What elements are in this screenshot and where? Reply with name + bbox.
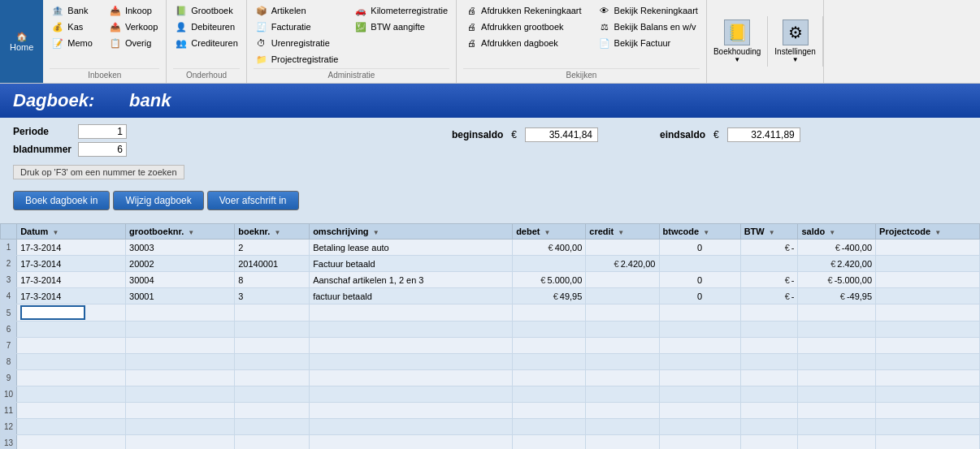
table-row[interactable]: 217-3-20142000220140001Factuur betaald€2… — [1, 256, 980, 272]
cell-debet[interactable]: €400,00 — [513, 240, 586, 256]
cell-omschrijving[interactable]: Betaling lease auto — [310, 240, 513, 256]
cell-grootboeknr[interactable] — [126, 403, 235, 419]
table-row[interactable]: 117-3-2014300032Betaling lease auto€400,… — [1, 240, 980, 256]
bladnummer-input[interactable] — [78, 142, 127, 157]
cell-btw[interactable] — [740, 256, 798, 272]
cell-saldo[interactable]: €-5.000,00 — [798, 272, 876, 288]
cell-grootboeknr[interactable]: 20002 — [126, 256, 235, 272]
cell-omschrijving[interactable]: Aanschaf artikelen 1, 2 en 3 — [310, 272, 513, 288]
cell-btwcode[interactable] — [659, 256, 740, 272]
table-row[interactable]: 8 — [1, 354, 980, 370]
cell-boeknr[interactable]: 3 — [235, 288, 310, 304]
cell-datum[interactable] — [17, 304, 126, 322]
cell-credit[interactable] — [586, 322, 659, 338]
cell-saldo[interactable]: €2.420,00 — [798, 256, 876, 272]
ribbon-bekijk-balans[interactable]: ⚖ Bekijk Balans en w/v — [596, 19, 700, 34]
ribbon-memo[interactable]: 📝 Memo — [50, 36, 94, 50]
cell-boeknr[interactable] — [235, 386, 310, 403]
cell-boeknr[interactable]: 20140001 — [235, 256, 310, 272]
ribbon-projectregistratie[interactable]: 📁 Projectregistratie — [254, 52, 340, 67]
cell-btwcode[interactable] — [659, 322, 740, 338]
col-projectcode-header[interactable]: Projectcode ▼ — [876, 224, 980, 240]
cell-omschrijving[interactable] — [310, 403, 513, 419]
cell-omschrijving[interactable] — [310, 370, 513, 386]
col-debet-header[interactable]: debet ▼ — [513, 224, 586, 240]
cell-datum[interactable] — [17, 386, 126, 403]
ribbon-bekijk-factuur[interactable]: 📄 Bekijk Factuur — [596, 36, 700, 50]
cell-saldo[interactable]: €-49,95 — [798, 288, 876, 304]
cell-btw[interactable] — [740, 322, 798, 338]
table-row[interactable]: 12 — [1, 419, 980, 435]
cell-saldo[interactable] — [798, 370, 876, 386]
cell-btwcode[interactable] — [659, 435, 740, 450]
cell-grootboeknr[interactable] — [126, 354, 235, 370]
cell-debet[interactable]: €5.000,00 — [513, 272, 586, 288]
wijzig-dagboek-button[interactable]: Wijzig dagboek — [113, 191, 203, 210]
cell-debet[interactable] — [513, 304, 586, 322]
ribbon-afdrukken-grootboek[interactable]: 🖨 Afdrukken grootboek — [463, 19, 583, 34]
cell-debet[interactable]: €49,95 — [513, 288, 586, 304]
cell-boeknr[interactable] — [235, 338, 310, 354]
ribbon-afdrukken-dagboek[interactable]: 🖨 Afdrukken dagboek — [463, 36, 583, 50]
cell-saldo[interactable] — [798, 304, 876, 322]
cell-saldo[interactable] — [798, 419, 876, 435]
table-row[interactable]: 6 — [1, 322, 980, 338]
cell-btw[interactable] — [740, 419, 798, 435]
cell-datum[interactable]: 17-3-2014 — [17, 272, 126, 288]
cell-grootboeknr[interactable] — [126, 386, 235, 403]
cell-debet[interactable] — [513, 370, 586, 386]
cell-saldo[interactable]: €-400,00 — [798, 240, 876, 256]
cell-credit[interactable] — [586, 435, 659, 450]
table-row[interactable]: 5 — [1, 304, 980, 322]
cell-boeknr[interactable] — [235, 370, 310, 386]
table-row[interactable]: 11 — [1, 403, 980, 419]
cell-credit[interactable] — [586, 240, 659, 256]
col-saldo-header[interactable]: saldo ▼ — [798, 224, 876, 240]
home-button[interactable]: 🏠 Home — [0, 0, 43, 83]
col-credit-header[interactable]: credit ▼ — [586, 224, 659, 240]
cell-btw[interactable] — [740, 354, 798, 370]
cell-omschrijving[interactable] — [310, 419, 513, 435]
table-row[interactable]: 13 — [1, 435, 980, 450]
beginsaldo-input[interactable] — [525, 127, 598, 142]
cell-btw[interactable] — [740, 403, 798, 419]
ribbon-debiteuren[interactable]: 👤 Debiteuren — [173, 19, 239, 34]
cell-boeknr[interactable]: 8 — [235, 272, 310, 288]
cell-saldo[interactable] — [798, 338, 876, 354]
cell-debet[interactable] — [513, 322, 586, 338]
cell-saldo[interactable] — [798, 403, 876, 419]
cell-projectcode[interactable] — [876, 338, 980, 354]
cell-debet[interactable] — [513, 435, 586, 450]
cell-datum[interactable]: 17-3-2014 — [17, 288, 126, 304]
cell-projectcode[interactable] — [876, 354, 980, 370]
cell-datum[interactable] — [17, 403, 126, 419]
cell-btwcode[interactable]: 0 — [659, 240, 740, 256]
ribbon-afdrukken-rekeningkaart[interactable]: 🖨 Afdrukken Rekeningkaart — [463, 3, 583, 18]
col-boeknr-header[interactable]: boeknr. ▼ — [235, 224, 310, 240]
cell-projectcode[interactable] — [876, 419, 980, 435]
cell-grootboeknr[interactable] — [126, 304, 235, 322]
cell-btwcode[interactable] — [659, 304, 740, 322]
cell-grootboeknr[interactable]: 30004 — [126, 272, 235, 288]
cell-datum[interactable] — [17, 354, 126, 370]
cell-btw[interactable] — [740, 338, 798, 354]
voer-afschrift-button[interactable]: Voer afschrift in — [207, 191, 299, 210]
cell-credit[interactable] — [586, 403, 659, 419]
cell-btw[interactable]: €- — [740, 272, 798, 288]
cell-boeknr[interactable] — [235, 322, 310, 338]
cell-btw[interactable] — [740, 435, 798, 450]
cell-boeknr[interactable] — [235, 435, 310, 450]
cell-omschrijving[interactable] — [310, 386, 513, 403]
cell-omschrijving[interactable] — [310, 338, 513, 354]
ribbon-btw-aangifte[interactable]: 💹 BTW aangifte — [353, 19, 449, 34]
cell-grootboeknr[interactable] — [126, 419, 235, 435]
cell-projectcode[interactable] — [876, 322, 980, 338]
cell-btw[interactable] — [740, 304, 798, 322]
cell-credit[interactable] — [586, 272, 659, 288]
cell-grootboeknr[interactable] — [126, 370, 235, 386]
cell-credit[interactable] — [586, 354, 659, 370]
cell-btwcode[interactable] — [659, 403, 740, 419]
cell-projectcode[interactable] — [876, 288, 980, 304]
ribbon-urenregistratie[interactable]: ⏱ Urenregistratie — [254, 36, 340, 50]
cell-projectcode[interactable] — [876, 386, 980, 403]
